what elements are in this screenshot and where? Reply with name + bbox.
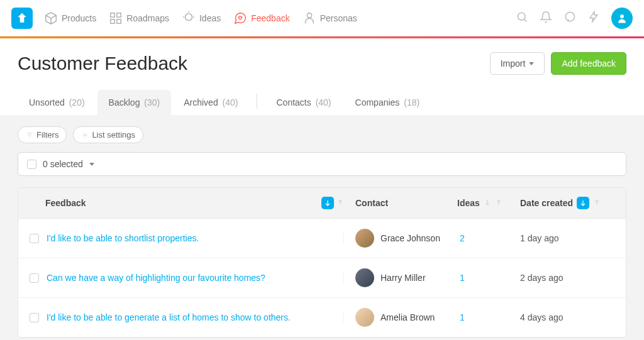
tab-label: Backlog xyxy=(109,97,140,107)
svg-point-11 xyxy=(620,14,624,18)
nav-items: Products Roadmaps Ideas Feedback Persona… xyxy=(44,11,357,25)
tab-contacts[interactable]: Contacts (40) xyxy=(265,90,342,115)
app-logo[interactable] xyxy=(11,8,33,29)
list-settings-button[interactable]: List settings xyxy=(73,126,143,143)
lightning-icon[interactable] xyxy=(587,11,600,25)
caret-down-icon xyxy=(529,62,534,65)
svg-point-9 xyxy=(518,13,525,20)
contact-avatar[interactable] xyxy=(355,268,374,287)
selected-label: 0 selected xyxy=(43,159,83,169)
th-ideas[interactable]: Ideas xyxy=(457,198,520,208)
tab-count: (30) xyxy=(144,97,160,107)
table-header: Feedback Contact Ideas Date created xyxy=(18,188,626,219)
svg-point-4 xyxy=(185,13,192,20)
import-label: Import xyxy=(501,58,526,69)
sort-down-active-icon[interactable] xyxy=(321,197,334,209)
date-created: 1 day ago xyxy=(520,233,614,243)
nav-label: Roadmaps xyxy=(126,13,169,23)
feedback-link[interactable]: I'd like to be able to generate a list o… xyxy=(47,312,291,322)
page-title: Customer Feedback xyxy=(18,53,187,74)
table-row[interactable]: I'd like to be able to shortlist propert… xyxy=(18,219,626,258)
nav-item-products[interactable]: Products xyxy=(44,11,96,25)
nav-item-personas[interactable]: Personas xyxy=(303,11,357,25)
add-feedback-button[interactable]: Add feedback xyxy=(551,52,626,75)
feedback-link[interactable]: Can we have a way of highlighting our fa… xyxy=(47,273,265,283)
th-contact[interactable]: Contact xyxy=(355,198,457,208)
search-icon[interactable] xyxy=(516,11,528,25)
svg-point-15 xyxy=(84,134,86,136)
ideas-count[interactable]: 2 xyxy=(457,233,520,243)
tab-label: Unsorted xyxy=(29,97,65,107)
sort-up-icon[interactable] xyxy=(336,198,344,208)
ideas-count[interactable]: 1 xyxy=(457,273,520,283)
tabs: Unsorted (20) Backlog (30) Archived (40)… xyxy=(0,90,644,115)
nav-label: Ideas xyxy=(199,13,221,23)
box-icon xyxy=(44,11,58,25)
tab-count: (18) xyxy=(404,97,419,107)
select-all-checkbox[interactable] xyxy=(27,160,36,169)
tab-label: Companies xyxy=(355,97,400,107)
header-actions: Import Add feedback xyxy=(490,52,626,75)
tab-label: Contacts xyxy=(276,97,311,107)
sort-up-icon[interactable] xyxy=(495,198,502,208)
nav-right xyxy=(516,8,633,29)
date-created: 4 days ago xyxy=(520,312,614,322)
tab-count: (20) xyxy=(69,97,85,107)
tab-divider xyxy=(257,94,257,109)
nav-item-roadmaps[interactable]: Roadmaps xyxy=(109,11,169,25)
selection-dropdown[interactable]: 0 selected xyxy=(18,152,626,176)
nav-label: Personas xyxy=(320,13,357,23)
sort-down-icon[interactable] xyxy=(484,198,491,208)
table-row[interactable]: Can we have a way of highlighting our fa… xyxy=(18,258,626,298)
grid-icon xyxy=(109,11,123,25)
bell-icon[interactable] xyxy=(540,11,552,25)
list-settings-label: List settings xyxy=(92,130,135,140)
date-created: 2 days ago xyxy=(520,273,614,283)
row-checkbox[interactable] xyxy=(30,234,39,243)
toolbar: Filters List settings xyxy=(18,126,626,143)
svg-rect-3 xyxy=(117,19,121,23)
svg-rect-1 xyxy=(117,13,121,16)
lightbulb-icon xyxy=(182,11,196,25)
tab-archived[interactable]: Archived (40) xyxy=(172,90,249,115)
nav-label: Products xyxy=(62,13,96,23)
contact-name: Grace Johnson xyxy=(380,233,440,243)
feedback-table: Feedback Contact Ideas Date created xyxy=(18,187,626,338)
ideas-count[interactable]: 1 xyxy=(457,312,520,322)
person-icon xyxy=(303,11,316,25)
filters-button[interactable]: Filters xyxy=(18,126,67,143)
tab-count: (40) xyxy=(316,97,331,107)
nav-label: Feedback xyxy=(251,13,289,23)
nav-item-ideas[interactable]: Ideas xyxy=(182,11,221,25)
page-header: Customer Feedback Import Add feedback xyxy=(0,38,644,86)
chat-icon[interactable] xyxy=(564,11,576,25)
svg-point-8 xyxy=(307,13,311,17)
import-button[interactable]: Import xyxy=(490,52,545,75)
nav-item-feedback[interactable]: Feedback xyxy=(233,11,289,25)
contact-name: Amelia Brown xyxy=(380,312,435,322)
sort-up-icon[interactable] xyxy=(593,198,601,208)
row-checkbox[interactable] xyxy=(30,313,39,322)
caret-down-icon xyxy=(89,163,94,166)
user-avatar[interactable] xyxy=(611,8,633,29)
th-date[interactable]: Date created xyxy=(520,197,601,209)
filters-label: Filters xyxy=(36,130,58,140)
tab-count: (40) xyxy=(223,97,238,107)
heart-chat-icon xyxy=(233,11,247,25)
contact-avatar[interactable] xyxy=(355,229,374,248)
contact-name: Harry Miller xyxy=(380,273,426,283)
table-row[interactable]: I'd like to be able to generate a list o… xyxy=(18,298,626,337)
tab-label: Archived xyxy=(184,97,218,107)
tab-unsorted[interactable]: Unsorted (20) xyxy=(18,90,96,115)
content-area: Filters List settings 0 selected Feedbac… xyxy=(0,115,644,340)
sort-down-active-icon[interactable] xyxy=(577,197,589,209)
tab-backlog[interactable]: Backlog (30) xyxy=(97,90,172,115)
svg-rect-2 xyxy=(111,19,114,23)
svg-rect-0 xyxy=(111,13,114,16)
th-feedback[interactable]: Feedback xyxy=(45,198,86,208)
feedback-link[interactable]: I'd like to be able to shortlist propert… xyxy=(47,233,199,243)
contact-avatar[interactable] xyxy=(355,308,374,327)
tab-companies[interactable]: Companies (18) xyxy=(344,90,431,115)
top-nav: Products Roadmaps Ideas Feedback Persona… xyxy=(0,0,644,36)
row-checkbox[interactable] xyxy=(30,273,39,283)
